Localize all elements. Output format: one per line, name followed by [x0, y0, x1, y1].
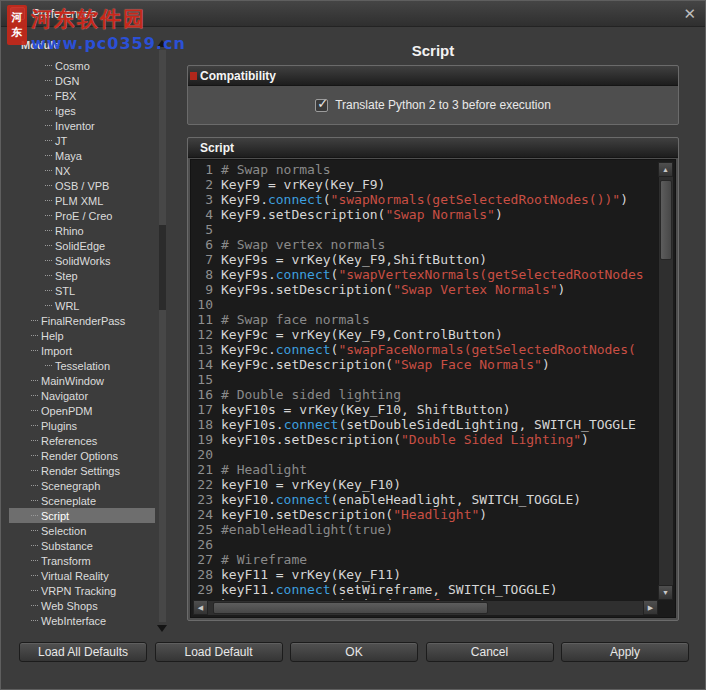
code-text: # Swap normals [221, 162, 331, 177]
sidebar-item-nx[interactable]: NX [9, 163, 155, 178]
close-icon[interactable]: ✕ [683, 6, 696, 21]
code-area[interactable]: 1# Swap normals2KeyF9 = vrKey(Key_F9)3Ke… [193, 162, 658, 600]
code-text: # Double sided lighting [221, 387, 401, 402]
tree-scroll-track[interactable] [159, 50, 166, 622]
sidebar-item-label: Render Options [41, 450, 118, 462]
sidebar-item-module[interactable]: Module [9, 37, 155, 52]
sidebar-item-sceneplate[interactable]: Sceneplate [9, 493, 155, 508]
tree-branch-line [31, 530, 38, 531]
tree-branch-line [31, 575, 38, 576]
load-all-defaults-button[interactable]: Load All Defaults [19, 642, 147, 662]
horizontal-scrollbar[interactable]: ◀ ▶ [193, 600, 658, 615]
scroll-left-button[interactable]: ◀ [193, 600, 208, 615]
sidebar-item-rhino[interactable]: Rhino [9, 223, 155, 238]
code-text: keyF10.connect(enableHeadlight, SWITCH_T… [221, 492, 581, 507]
sidebar-item-label: Transform [41, 555, 91, 567]
sidebar-item-virtual-reality[interactable]: Virtual Reality [9, 568, 155, 583]
sidebar-item-tesselation[interactable]: Tesselation [9, 358, 155, 373]
sidebar-item-label: PLM XML [55, 195, 103, 207]
tree-branch-line [31, 320, 38, 321]
horizontal-scroll-thumb[interactable] [213, 602, 488, 614]
line-number: 29 [193, 582, 221, 597]
tree-branch-line [31, 500, 38, 501]
sidebar-item-scenegraph[interactable]: Scenegraph [9, 478, 155, 493]
line-number: 21 [193, 462, 221, 477]
sidebar-item-label: NX [55, 165, 70, 177]
sidebar-item-plugins[interactable]: Plugins [9, 418, 155, 433]
sidebar-item-wrl[interactable]: WRL [9, 298, 155, 313]
sidebar-item-cosmo[interactable]: Cosmo [9, 58, 155, 73]
tree-branch-line [31, 470, 38, 471]
line-number: 13 [193, 342, 221, 357]
sidebar-item-osb-vpb[interactable]: OSB / VPB [9, 178, 155, 193]
load-default-button[interactable]: Load Default [155, 642, 283, 662]
tree-branch-line [31, 485, 38, 486]
sidebar-item-jt[interactable]: JT [9, 133, 155, 148]
sidebar-item-render-options[interactable]: Render Options [9, 448, 155, 463]
tree-scroll-down-icon[interactable] [157, 625, 167, 632]
sidebar-item-proe-creo[interactable]: ProE / Creo [9, 208, 155, 223]
line-number: 11 [193, 312, 221, 327]
sidebar-item-inventor[interactable]: Inventor [9, 118, 155, 133]
tree-branch-line [31, 515, 38, 516]
tree-scroll-up-icon[interactable] [157, 40, 167, 47]
vertical-scrollbar[interactable]: ▲ ▼ [658, 162, 673, 600]
line-number: 16 [193, 387, 221, 402]
sidebar-item-mainwindow[interactable]: MainWindow [9, 373, 155, 388]
code-line: 22keyF10 = vrKey(Key_F10) [193, 477, 658, 492]
sidebar-item-import[interactable]: Import [9, 343, 155, 358]
sidebar-item-label: SolidEdge [55, 240, 105, 252]
sidebar-item-solidworks[interactable]: SolidWorks [9, 253, 155, 268]
translate-python-label[interactable]: Translate Python 2 to 3 before execution [335, 98, 551, 112]
sidebar-item-vrpn-tracking[interactable]: VRPN Tracking [9, 583, 155, 598]
sidebar-item-transform[interactable]: Transform [9, 553, 155, 568]
code-line: 27# Wireframe [193, 552, 658, 567]
script-editor[interactable]: 1# Swap normals2KeyF9 = vrKey(Key_F9)3Ke… [190, 159, 676, 618]
scroll-right-button[interactable]: ▶ [643, 600, 658, 615]
code-text: # Headlight [221, 462, 307, 477]
sidebar-item-navigator[interactable]: Navigator [9, 388, 155, 403]
sidebar-item-step[interactable]: Step [9, 268, 155, 283]
sidebar-item-webinterface[interactable]: WebInterface [9, 613, 155, 628]
sidebar-item-references[interactable]: References [9, 433, 155, 448]
sidebar-item-plm-xml[interactable]: PLM XML [9, 193, 155, 208]
sidebar-item-label: References [41, 435, 97, 447]
tree-branch-line [31, 605, 38, 606]
tree-branch-line [45, 245, 52, 246]
sidebar-item-stl[interactable]: STL [9, 283, 155, 298]
line-number: 20 [193, 447, 221, 462]
compatibility-header-label: Compatibility [200, 69, 276, 83]
line-number: 15 [193, 372, 221, 387]
sidebar-item-solidedge[interactable]: SolidEdge [9, 238, 155, 253]
line-number: 26 [193, 537, 221, 552]
sidebar-item-label: Substance [41, 540, 93, 552]
scroll-up-button[interactable]: ▲ [658, 162, 673, 177]
sidebar-item-openpdm[interactable]: OpenPDM [9, 403, 155, 418]
sidebar-item-label: Module [21, 39, 60, 51]
sidebar-item-iges[interactable]: Iges [9, 103, 155, 118]
tree-branch-line [45, 110, 52, 111]
cancel-button[interactable]: Cancel [426, 642, 554, 662]
code-text: KeyF9.connect("swapNormals(getSelectedRo… [221, 192, 628, 207]
sidebar-item-script[interactable]: Script [9, 508, 155, 523]
sidebar-item-render-settings[interactable]: Render Settings [9, 463, 155, 478]
sidebar-item-help[interactable]: Help [9, 328, 155, 343]
vertical-scroll-thumb[interactable] [660, 180, 672, 260]
sidebar-item-selection[interactable]: Selection [9, 523, 155, 538]
sidebar-item-dgn[interactable]: DGN [9, 73, 155, 88]
tree-scrollbar[interactable] [157, 37, 167, 635]
sidebar-item-web-shops[interactable]: Web Shops [9, 598, 155, 613]
sidebar-item-substance[interactable]: Substance [9, 538, 155, 553]
apply-button[interactable]: Apply [561, 642, 689, 662]
translate-python-checkbox[interactable]: ✓ [315, 99, 328, 112]
tree-scroll-thumb[interactable] [159, 225, 166, 310]
sidebar-item-label: Selection [41, 525, 86, 537]
ok-button[interactable]: OK [290, 642, 418, 662]
sidebar-item-maya[interactable]: Maya [9, 148, 155, 163]
sidebar-item-label: OSB / VPB [55, 180, 109, 192]
sidebar-item-finalrenderpass[interactable]: FinalRenderPass [9, 313, 155, 328]
scroll-down-button[interactable]: ▼ [658, 585, 673, 600]
line-number: 2 [193, 177, 221, 192]
sidebar-item-fbx[interactable]: FBX [9, 88, 155, 103]
code-line: 17keyF10s = vrKey(Key_F10, ShiftButton) [193, 402, 658, 417]
